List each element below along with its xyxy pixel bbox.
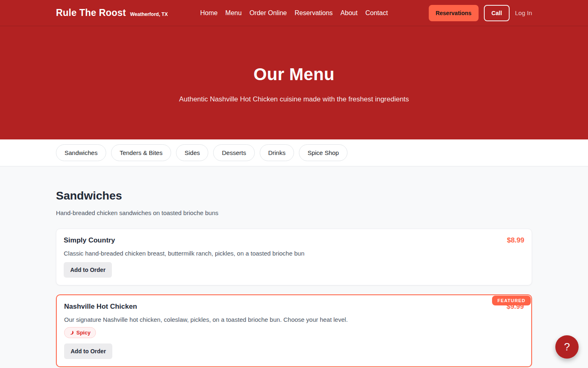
- reservations-button[interactable]: Reservations: [429, 5, 479, 21]
- site-header: Rule The Roost Weatherford, TX Home Menu…: [0, 0, 588, 26]
- category-pill-drinks[interactable]: Drinks: [260, 144, 294, 161]
- category-pill-spice-shop[interactable]: Spice Shop: [299, 144, 347, 161]
- nav-link-about[interactable]: About: [340, 8, 359, 18]
- item-description: Classic hand-breaded chicken breast, but…: [64, 250, 524, 257]
- add-to-order-button[interactable]: Add to Order: [64, 262, 112, 278]
- question-mark-icon: ?: [564, 341, 570, 353]
- item-price: $8.99: [507, 236, 524, 245]
- nav-link-reservations[interactable]: Reservations: [294, 8, 333, 18]
- chili-pepper-icon: [69, 330, 74, 335]
- category-bar: Sandwiches Tenders & Bites Sides Dessert…: [0, 139, 588, 166]
- brand-location: Weatherford, TX: [130, 11, 167, 17]
- nav-link-contact[interactable]: Contact: [365, 8, 389, 18]
- spicy-badge: Spicy: [64, 327, 96, 338]
- nav-link-home[interactable]: Home: [199, 8, 218, 18]
- category-pill-desserts[interactable]: Desserts: [213, 144, 254, 161]
- add-to-order-button[interactable]: Add to Order: [64, 343, 112, 359]
- menu-section: Sandwiches Hand-breaded chicken sandwich…: [0, 166, 588, 368]
- menu-item-card-featured: FEATURED Nashville Hot Chicken $9.99 Our…: [56, 294, 532, 367]
- hero-section: Our Menu Authentic Nashville Hot Chicken…: [0, 26, 588, 139]
- menu-item-header: Nashville Hot Chicken $9.99: [64, 303, 524, 311]
- header-actions: Reservations Call Log In: [429, 5, 532, 21]
- featured-badge: FEATURED: [492, 296, 531, 305]
- main-nav: Home Menu Order Online Reservations Abou…: [199, 8, 389, 18]
- call-button[interactable]: Call: [484, 5, 510, 21]
- menu-item-card: Simply Country $8.99 Classic hand-breade…: [56, 229, 532, 285]
- page-subtitle: Authentic Nashville Hot Chicken cuisine …: [0, 95, 588, 103]
- nav-link-menu[interactable]: Menu: [225, 8, 243, 18]
- brand[interactable]: Rule The Roost Weatherford, TX: [56, 7, 168, 18]
- item-name: Simply Country: [64, 236, 115, 245]
- section-title: Sandwiches: [56, 189, 532, 202]
- spicy-label: Spicy: [76, 330, 91, 336]
- help-button[interactable]: ?: [555, 335, 579, 359]
- item-description: Our signature Nashville hot chicken, col…: [64, 316, 524, 323]
- item-name: Nashville Hot Chicken: [64, 303, 137, 311]
- menu-item-header: Simply Country $8.99: [64, 236, 524, 245]
- section-description: Hand-breaded chicken sandwiches on toast…: [56, 209, 532, 216]
- category-pill-tenders-bites[interactable]: Tenders & Bites: [111, 144, 171, 161]
- category-pill-sides[interactable]: Sides: [176, 144, 209, 161]
- login-link[interactable]: Log In: [515, 9, 532, 16]
- category-pill-sandwiches[interactable]: Sandwiches: [56, 144, 106, 161]
- page-title: Our Menu: [0, 26, 588, 84]
- nav-link-order-online[interactable]: Order Online: [249, 8, 288, 18]
- brand-logo: Rule The Roost: [56, 7, 126, 18]
